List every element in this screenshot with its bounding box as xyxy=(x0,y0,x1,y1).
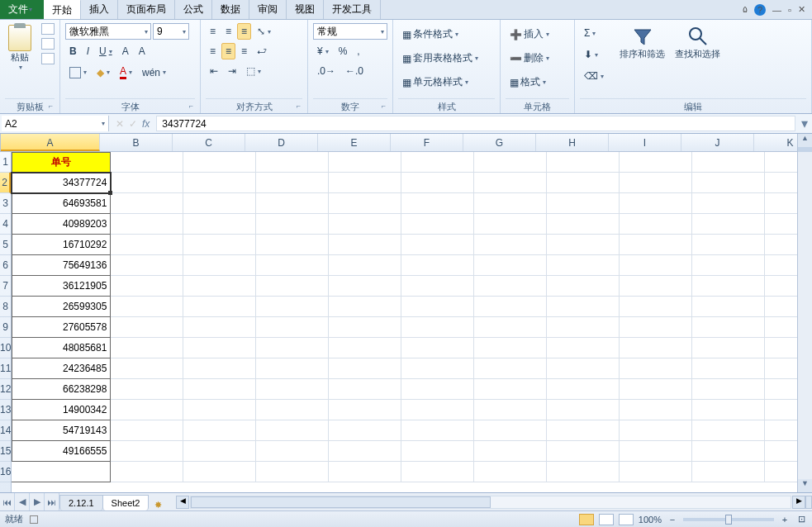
sheet-nav-next[interactable]: ▶ xyxy=(30,493,45,510)
tab-review[interactable]: 审阅 xyxy=(249,0,287,19)
row-header-11[interactable]: 11 xyxy=(0,358,11,379)
zoom-slider[interactable] xyxy=(683,518,774,521)
cell-K6[interactable] xyxy=(765,255,797,276)
cell-F6[interactable] xyxy=(401,255,474,276)
cell-F2[interactable] xyxy=(401,173,474,193)
tab-insert[interactable]: 插入 xyxy=(81,0,118,19)
cell-E13[interactable] xyxy=(329,400,401,420)
col-header-I[interactable]: I xyxy=(609,134,681,151)
cell-E5[interactable] xyxy=(329,235,401,255)
cell-J6[interactable] xyxy=(692,255,765,276)
align-center-button[interactable]: ≡ xyxy=(221,43,235,59)
cut-icon[interactable] xyxy=(41,23,55,35)
col-header-K[interactable]: K xyxy=(754,134,797,151)
sort-filter-button[interactable]: 排序和筛选 xyxy=(616,23,668,98)
decrease-decimal-button[interactable]: ←.0 xyxy=(341,63,368,79)
cell-I10[interactable] xyxy=(620,338,692,358)
tab-file[interactable]: 文件▾ xyxy=(0,0,44,19)
cell-B2[interactable] xyxy=(111,173,183,193)
scroll-up-icon[interactable]: ▲ xyxy=(798,134,812,147)
font-grow-button[interactable]: A xyxy=(118,43,133,59)
merge-button[interactable]: ⬚▾ xyxy=(242,63,265,79)
cell-H3[interactable] xyxy=(547,193,620,214)
cell-B8[interactable] xyxy=(111,297,183,317)
cell-H11[interactable] xyxy=(547,358,620,379)
cell-K16[interactable] xyxy=(765,462,797,482)
copy-icon[interactable] xyxy=(41,38,55,50)
bold-button[interactable]: B xyxy=(65,43,81,59)
name-box[interactable]: A2▾ xyxy=(2,116,109,131)
cell-E3[interactable] xyxy=(329,193,401,214)
cell-A5[interactable]: 16710292 xyxy=(12,235,111,255)
cell-F3[interactable] xyxy=(401,193,474,214)
cell-A8[interactable]: 26599305 xyxy=(12,297,111,317)
cell-E10[interactable] xyxy=(329,338,401,358)
tab-data[interactable]: 数据 xyxy=(212,0,249,19)
cell-I11[interactable] xyxy=(620,358,692,379)
tab-view[interactable]: 视图 xyxy=(287,0,324,19)
cell-J10[interactable] xyxy=(692,338,765,358)
cell-G14[interactable] xyxy=(474,420,547,441)
cell-B3[interactable] xyxy=(111,193,183,214)
delete-cells-button[interactable]: ➖删除▾ xyxy=(506,49,569,68)
cell-K14[interactable] xyxy=(765,420,797,441)
cell-F5[interactable] xyxy=(401,235,474,255)
cell-G7[interactable] xyxy=(474,276,547,297)
cell-I7[interactable] xyxy=(620,276,692,297)
zoom-in-button[interactable]: + xyxy=(779,515,791,525)
clear-button[interactable]: ⌫▾ xyxy=(580,68,608,84)
cell-I6[interactable] xyxy=(620,255,692,276)
find-select-button[interactable]: 查找和选择 xyxy=(672,23,724,98)
cell-C5[interactable] xyxy=(183,235,256,255)
row-header-2[interactable]: 2 xyxy=(0,173,11,193)
clipboard-launcher[interactable]: ⌐ xyxy=(49,102,53,110)
align-left-button[interactable]: ≡ xyxy=(206,43,220,59)
cell-A4[interactable]: 40989203 xyxy=(12,214,111,235)
cell-A15[interactable]: 49166555 xyxy=(12,441,111,462)
cell-D11[interactable] xyxy=(256,358,329,379)
cell-B16[interactable] xyxy=(111,462,183,482)
cell-A6[interactable]: 75649136 xyxy=(12,255,111,276)
tab-home[interactable]: 开始 xyxy=(44,0,81,19)
cell-A14[interactable]: 54719143 xyxy=(12,420,111,441)
new-sheet-icon[interactable]: ✸ xyxy=(148,500,168,510)
fx-icon[interactable]: fx xyxy=(142,118,150,130)
row-header-16[interactable]: 16 xyxy=(0,462,11,482)
hscroll-split[interactable] xyxy=(805,496,812,509)
row-header-10[interactable]: 10 xyxy=(0,338,11,358)
help-icon[interactable]: ? xyxy=(754,4,766,16)
minimize-ribbon-icon[interactable]: ۵ xyxy=(743,4,748,15)
font-size-select[interactable]: 9▾ xyxy=(153,23,189,40)
cell-C12[interactable] xyxy=(183,379,256,400)
col-header-G[interactable]: G xyxy=(463,134,536,151)
cell-B10[interactable] xyxy=(111,338,183,358)
cell-K5[interactable] xyxy=(765,235,797,255)
cell-C11[interactable] xyxy=(183,358,256,379)
row-header-4[interactable]: 4 xyxy=(0,214,11,235)
cell-G9[interactable] xyxy=(474,317,547,338)
cell-E15[interactable] xyxy=(329,441,401,462)
comma-button[interactable]: , xyxy=(353,43,363,59)
cell-D9[interactable] xyxy=(256,317,329,338)
cell-E8[interactable] xyxy=(329,297,401,317)
cell-C14[interactable] xyxy=(183,420,256,441)
vertical-scrollbar[interactable]: ▲ ▼ xyxy=(797,134,812,492)
sheet-tab-1[interactable]: 2.12.1 xyxy=(59,495,103,510)
col-header-C[interactable]: C xyxy=(173,134,245,151)
cell-D12[interactable] xyxy=(256,379,329,400)
scroll-left-icon[interactable]: ◀ xyxy=(176,496,189,509)
fill-button[interactable]: ⬇▾ xyxy=(580,46,608,63)
align-launcher[interactable]: ⌐ xyxy=(297,102,301,110)
cell-H14[interactable] xyxy=(547,420,620,441)
cell-F4[interactable] xyxy=(401,214,474,235)
cell-B14[interactable] xyxy=(111,420,183,441)
cell-A16[interactable] xyxy=(12,462,111,482)
number-format-select[interactable]: 常规▾ xyxy=(313,23,387,40)
cell-I12[interactable] xyxy=(620,379,692,400)
zoom-out-button[interactable]: − xyxy=(667,515,678,525)
cell-A10[interactable]: 48085681 xyxy=(12,338,111,358)
cell-E16[interactable] xyxy=(329,462,401,482)
cell-I9[interactable] xyxy=(620,317,692,338)
cell-J4[interactable] xyxy=(692,214,765,235)
cell-H16[interactable] xyxy=(547,462,620,482)
